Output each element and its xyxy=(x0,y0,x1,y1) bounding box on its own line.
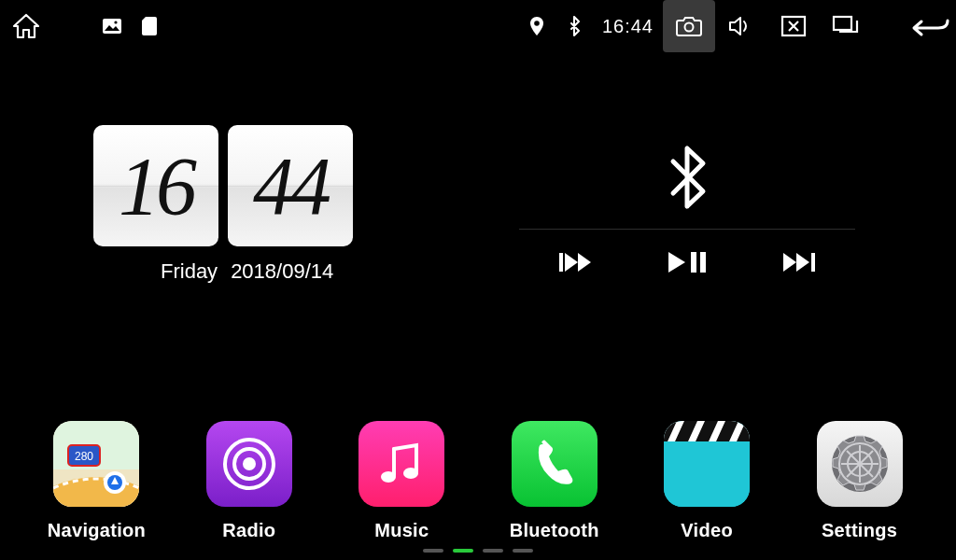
svg-point-3 xyxy=(685,23,694,32)
clock-date-row: Friday 2018/09/14 xyxy=(93,259,429,284)
volume-button[interactable] xyxy=(715,0,767,52)
close-app-button[interactable] xyxy=(767,0,820,52)
svg-point-20 xyxy=(403,468,418,479)
svg-point-2 xyxy=(534,21,540,26)
screenshot-button[interactable] xyxy=(663,0,715,52)
app-label: Settings xyxy=(822,520,897,541)
status-bar-right: 16:44 xyxy=(518,0,956,52)
clock-date: 2018/09/14 xyxy=(231,259,333,284)
location-icon xyxy=(518,0,555,52)
picture-icon xyxy=(93,0,131,52)
clock-weekday: Friday xyxy=(161,259,218,284)
media-widget[interactable] xyxy=(519,125,855,295)
bluetooth-status-icon xyxy=(555,0,593,52)
flip-clock: 16 44 xyxy=(93,125,429,246)
app-video[interactable]: Video xyxy=(641,421,772,541)
sdcard-icon xyxy=(131,0,168,52)
svg-rect-6 xyxy=(559,253,563,272)
app-radio[interactable]: Radio xyxy=(184,421,315,541)
status-bar-time: 16:44 xyxy=(593,16,663,37)
radio-icon xyxy=(206,421,292,507)
phone-icon xyxy=(512,421,598,507)
svg-rect-8 xyxy=(700,252,706,273)
svg-point-19 xyxy=(381,471,396,483)
status-bar: 16:44 xyxy=(0,0,956,52)
clock-minutes: 44 xyxy=(253,139,328,233)
media-controls xyxy=(519,230,855,295)
app-dock: 280 Navigation Radio Music xyxy=(0,421,956,541)
clock-widget[interactable]: 16 44 Friday 2018/09/14 xyxy=(93,125,429,284)
bluetooth-icon xyxy=(666,145,709,210)
page-dot-active[interactable] xyxy=(453,549,473,553)
home-screen: 16 44 Friday 2018/09/14 xyxy=(0,52,956,560)
svg-rect-9 xyxy=(811,253,815,272)
flip-card-hours: 16 xyxy=(93,125,218,246)
svg-rect-0 xyxy=(103,19,121,34)
app-label: Radio xyxy=(222,520,275,541)
svg-rect-22 xyxy=(664,441,750,507)
recent-apps-button[interactable] xyxy=(820,0,872,52)
next-track-button[interactable] xyxy=(771,251,827,273)
previous-track-button[interactable] xyxy=(547,251,603,273)
media-source-row xyxy=(519,125,855,230)
app-label: Bluetooth xyxy=(510,520,599,541)
svg-rect-5 xyxy=(834,17,851,30)
back-button[interactable] xyxy=(904,0,956,52)
svg-text:280: 280 xyxy=(75,450,93,463)
flip-card-minutes: 44 xyxy=(228,125,353,246)
settings-icon xyxy=(817,421,903,507)
svg-rect-7 xyxy=(691,252,696,273)
app-bluetooth[interactable]: Bluetooth xyxy=(489,421,620,541)
video-icon xyxy=(664,421,750,507)
app-navigation[interactable]: 280 Navigation xyxy=(31,421,162,541)
page-dot[interactable] xyxy=(513,549,533,553)
play-pause-button[interactable] xyxy=(659,250,715,274)
app-settings[interactable]: Settings xyxy=(794,421,925,541)
app-label: Video xyxy=(681,520,733,541)
svg-point-1 xyxy=(114,21,117,23)
home-button[interactable] xyxy=(0,0,52,52)
app-label: Navigation xyxy=(48,520,146,541)
app-label: Music xyxy=(374,520,429,541)
svg-point-18 xyxy=(243,457,256,470)
page-dot[interactable] xyxy=(423,549,443,553)
music-icon xyxy=(358,421,444,507)
status-bar-left xyxy=(0,0,168,52)
app-music[interactable]: Music xyxy=(336,421,467,541)
page-indicators xyxy=(0,549,956,553)
clock-hours: 16 xyxy=(119,139,193,233)
navigation-icon: 280 xyxy=(53,421,139,507)
page-dot[interactable] xyxy=(483,549,503,553)
